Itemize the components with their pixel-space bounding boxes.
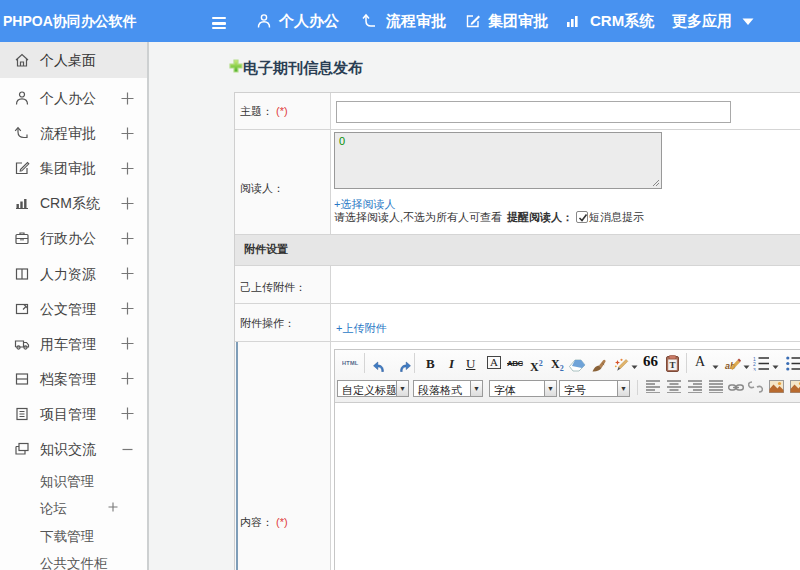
svg-text:T: T	[669, 360, 675, 370]
svg-text:3: 3	[753, 367, 756, 372]
